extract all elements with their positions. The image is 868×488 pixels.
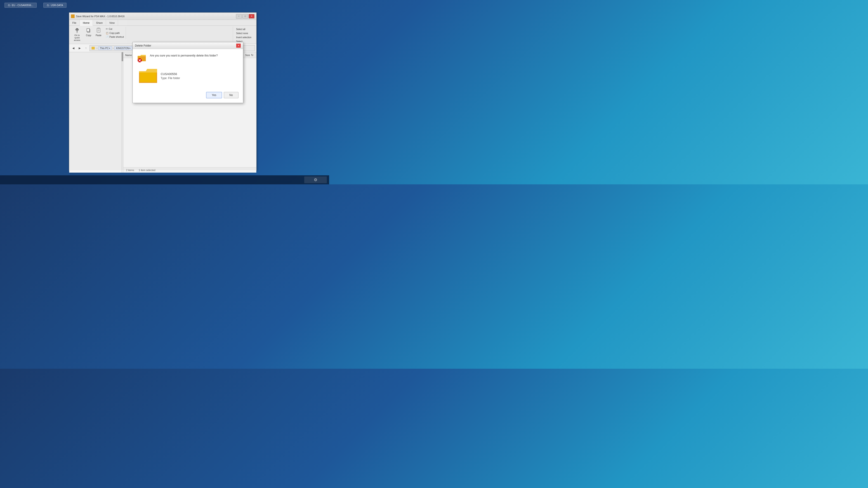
dialog-overlay: Delete Folder ✕: [69, 13, 256, 170]
folder-name: CUSA00556: [161, 72, 180, 76]
folder-type: Type: File folder: [161, 76, 180, 80]
dialog-message-row: Are you sure you want to permanently del…: [137, 54, 239, 63]
dialog-message: Are you sure you want to permanently del…: [150, 54, 218, 58]
eu-label: EU - CUSA00556...: [12, 4, 33, 6]
folder-info: CUSA00556 Type: File folder: [161, 72, 180, 80]
taskbar-item-eu[interactable]: 🗀 EU - CUSA00556...: [4, 3, 37, 8]
dialog-close-button[interactable]: ✕: [236, 43, 241, 48]
bottom-taskbar: ⚙: [0, 175, 329, 184]
yes-button[interactable]: Yes: [206, 92, 222, 98]
no-button[interactable]: No: [224, 92, 239, 98]
main-window: Save Wizard for PS4 MAX - 1.0.6510.36416…: [69, 12, 256, 170]
dialog-body: Are you sure you want to permanently del…: [133, 49, 243, 103]
dialog-title-bar: Delete Folder ✕: [133, 42, 243, 49]
taskbar-item-usr[interactable]: 🗀 USR-DATA: [43, 3, 66, 8]
taskbar-top: 🗀 EU - CUSA00556... 🗀 USR-DATA: [0, 0, 329, 10]
dialog-buttons: Yes No: [137, 90, 239, 98]
system-tray: ⚙: [314, 177, 317, 182]
dialog-title: Delete Folder: [135, 44, 151, 47]
delete-folder-dialog: Delete Folder ✕: [132, 42, 243, 103]
dialog-folder-preview: CUSA00556 Type: File folder: [137, 66, 239, 86]
usr-icon: 🗀: [47, 4, 49, 6]
dialog-warning-icon: [137, 54, 146, 63]
usr-label: USR-DATA: [51, 4, 63, 6]
taskbar-corner-icon: ⚙: [304, 176, 327, 183]
big-folder-icon: [139, 68, 157, 84]
eu-icon: 🗀: [8, 4, 10, 6]
